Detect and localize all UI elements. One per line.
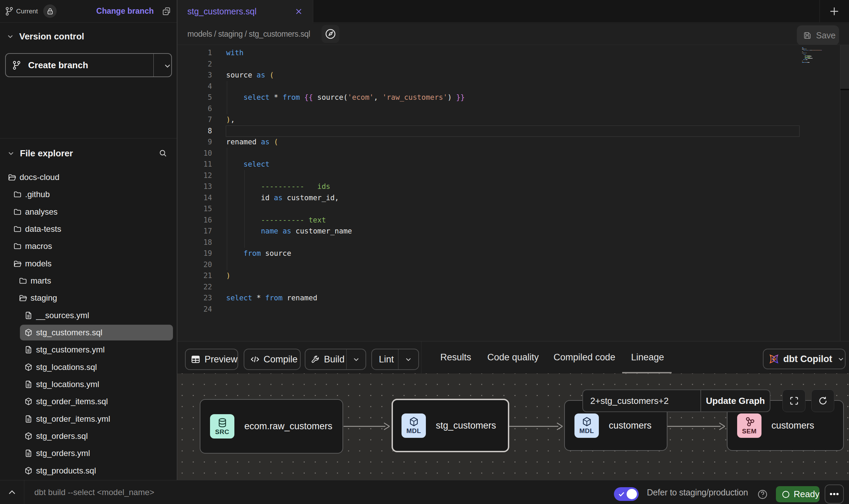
line-number[interactable]: 10 (177, 148, 212, 159)
file-tree-item-stg-products-sql[interactable]: stg_products.sql (0, 462, 177, 479)
line-number[interactable]: 1 (177, 47, 212, 59)
line-number[interactable]: 23 (177, 292, 212, 304)
file-tree-item-stg-customers-yml[interactable]: stg_customers.yml (0, 341, 177, 358)
node-label: stg_customers (436, 420, 496, 431)
file-tree-item-stg-order-items-sql[interactable]: stg_order_items.sql (0, 393, 177, 410)
line-number[interactable]: 8 (177, 125, 212, 137)
line-number[interactable]: 11 (177, 159, 212, 170)
lint-button-group: Lint (371, 349, 419, 370)
file-tree-item-docs-cloud[interactable]: docs-cloud (0, 169, 177, 186)
code-token-kw: select (244, 93, 270, 101)
create-branch-button[interactable]: Create branch (5, 53, 172, 77)
compile-button[interactable]: Compile (244, 349, 301, 370)
code-token-pl (226, 93, 244, 101)
scrollbar-thumb[interactable] (840, 45, 849, 89)
status-badge[interactable]: Ready (776, 486, 819, 502)
file-tree-item-stg-locations-yml[interactable]: stg_locations.yml (0, 376, 177, 393)
line-number[interactable]: 16 (177, 215, 212, 226)
toggle-knob (627, 489, 637, 499)
line-number[interactable]: 17 (177, 226, 212, 237)
update-graph-button[interactable]: Update Graph (701, 389, 770, 412)
new-tab-button[interactable] (828, 5, 840, 17)
lineage-panel[interactable]: SRCecom.raw_customersMDLstg_customersMDL… (177, 373, 849, 480)
file-tree-item--github[interactable]: .github (0, 186, 177, 203)
file-tree-item-models[interactable]: models (0, 255, 177, 272)
tab-stg-customers[interactable]: stg_customers.sql (177, 0, 313, 23)
file-tree-label: models (25, 259, 51, 268)
copilot-file-button[interactable] (322, 25, 339, 43)
line-number[interactable]: 14 (177, 192, 212, 204)
line-number[interactable]: 6 (177, 103, 212, 115)
file-tree-item-marts[interactable]: marts (0, 272, 177, 289)
code-editor[interactable]: 1with23source as (45 select * from {{ so… (177, 45, 849, 341)
line-number[interactable]: 2 (177, 59, 212, 70)
line-number[interactable]: 4 (177, 81, 212, 92)
defer-toggle[interactable] (614, 487, 639, 501)
tab-close-button[interactable] (294, 7, 303, 16)
lineage-refresh-button[interactable] (811, 389, 834, 412)
code-text: ---------- ids (226, 181, 330, 192)
copy-icon[interactable] (162, 6, 171, 16)
line-number[interactable]: 13 (177, 181, 212, 192)
node-label: ecom.raw_customers (244, 421, 333, 432)
lineage-node-stg-customers-mdl[interactable]: MDLstg_customers (392, 399, 509, 452)
results-tab-lineage[interactable]: Lineage (631, 341, 664, 373)
version-control-header[interactable]: Version control (6, 31, 84, 42)
file-tree-label: stg_products.sql (36, 466, 96, 476)
file-explorer-header[interactable]: File explorer (7, 148, 172, 159)
build-button[interactable]: Build (305, 349, 346, 369)
command-input[interactable]: dbt build --select <model_name> (34, 480, 154, 504)
results-tab-results[interactable]: Results (440, 341, 471, 373)
lineage-fullscreen-button[interactable] (782, 389, 805, 412)
file-tree-item-analyses[interactable]: analyses (0, 203, 177, 220)
file-tree-item-stg-customers-sql[interactable]: stg_customers.sql (0, 324, 177, 341)
status-label: Ready (794, 489, 819, 500)
node-type-badge-mdl: MDL (574, 413, 599, 438)
code-token-br: ) (226, 116, 231, 124)
file-tree-item--sources-yml[interactable]: __sources.yml (0, 307, 177, 324)
create-branch-menu[interactable] (163, 61, 172, 70)
build-options-button[interactable] (347, 355, 365, 363)
defer-label: Defer to staging/production (647, 480, 748, 504)
file-tree-item-stg-locations-sql[interactable]: stg_locations.sql (0, 359, 177, 376)
lineage-selector-input[interactable]: 2+stg_customers+2 (582, 389, 701, 412)
line-number[interactable]: 20 (177, 259, 212, 271)
code-token-pl: , (231, 116, 235, 124)
code-token-pl (226, 227, 261, 235)
line-number[interactable]: 18 (177, 237, 212, 248)
line-number[interactable]: 3 (177, 70, 212, 81)
results-tab-code-quality[interactable]: Code quality (487, 341, 539, 373)
lint-options-button[interactable] (398, 355, 418, 363)
chevron-down-icon (352, 355, 360, 363)
line-number[interactable]: 19 (177, 248, 212, 259)
line-number[interactable]: 22 (177, 281, 212, 293)
line-number[interactable]: 24 (177, 304, 212, 315)
line-number[interactable]: 9 (177, 136, 212, 148)
code-token-pl (226, 249, 244, 257)
file-tree-item-stg-orders-sql[interactable]: stg_orders.sql (0, 428, 177, 445)
minimap-line (805, 59, 807, 60)
file-search-button[interactable] (159, 149, 167, 158)
minimap-line (802, 49, 804, 49)
preview-button[interactable]: Preview (185, 349, 238, 370)
line-number[interactable]: 5 (177, 92, 212, 103)
lineage-node-ecom-raw-customers-src[interactable]: SRCecom.raw_customers (200, 399, 343, 454)
file-tree-item-data-tests[interactable]: data-tests (0, 220, 177, 238)
dbt-copilot-button[interactable]: dbt Copilot (763, 349, 846, 369)
line-number[interactable]: 7 (177, 114, 212, 125)
code-token-str: 'ecom' (348, 93, 374, 101)
line-number[interactable]: 21 (177, 270, 212, 281)
lint-button[interactable]: Lint (372, 349, 398, 369)
file-tree-item-staging[interactable]: staging (0, 289, 177, 307)
change-branch-link[interactable]: Change branch (96, 7, 154, 16)
line-number[interactable]: 12 (177, 170, 212, 181)
command-panel-expand-button[interactable] (7, 488, 17, 496)
line-number[interactable]: 15 (177, 203, 212, 215)
results-tab-compiled-code[interactable]: Compiled code (554, 341, 615, 373)
defer-help-button[interactable] (757, 489, 768, 500)
file-tree-item-stg-orders-yml[interactable]: stg_orders.yml (0, 445, 177, 462)
file-tree-item-stg-order-items-yml[interactable]: stg_order_items.yml (0, 410, 177, 428)
file-tree-item-macros[interactable]: macros (0, 238, 177, 255)
save-button[interactable]: Save (797, 25, 839, 45)
more-options-button[interactable] (825, 484, 844, 504)
